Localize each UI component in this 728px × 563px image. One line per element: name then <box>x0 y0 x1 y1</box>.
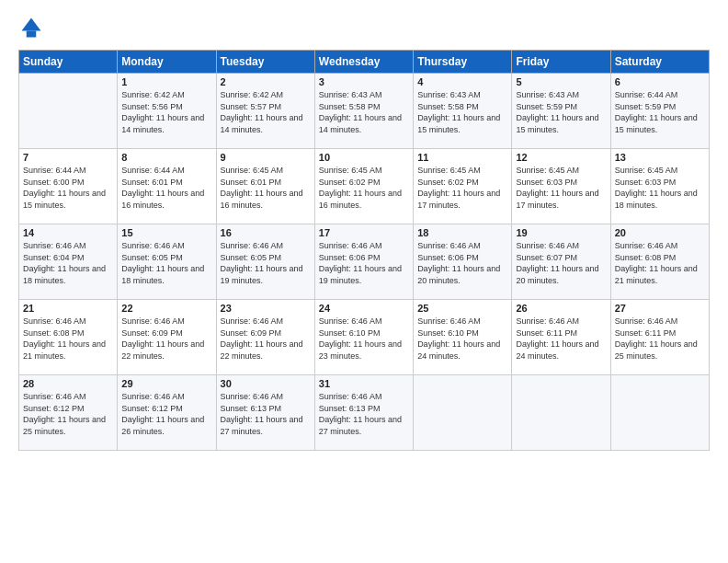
day-info: Sunrise: 6:44 AMSunset: 5:59 PMDaylight:… <box>615 89 705 135</box>
day-cell: 6Sunrise: 6:44 AMSunset: 5:59 PMDaylight… <box>610 74 709 149</box>
day-cell: 29Sunrise: 6:46 AMSunset: 6:12 PMDayligh… <box>118 375 216 451</box>
day-cell: 5Sunrise: 6:43 AMSunset: 5:59 PMDaylight… <box>512 74 610 149</box>
day-cell <box>610 375 709 451</box>
day-cell: 31Sunrise: 6:46 AMSunset: 6:13 PMDayligh… <box>314 375 413 451</box>
day-number: 24 <box>319 303 409 314</box>
day-info: Sunrise: 6:43 AMSunset: 5:58 PMDaylight:… <box>417 89 507 135</box>
day-cell: 1Sunrise: 6:42 AMSunset: 5:56 PMDaylight… <box>118 74 216 149</box>
day-number: 20 <box>615 227 705 238</box>
day-info: Sunrise: 6:45 AMSunset: 6:02 PMDaylight:… <box>319 165 409 211</box>
day-number: 25 <box>417 303 507 314</box>
day-info: Sunrise: 6:46 AMSunset: 6:06 PMDaylight:… <box>417 240 507 286</box>
day-cell: 14Sunrise: 6:46 AMSunset: 6:04 PMDayligh… <box>19 224 118 300</box>
day-cell: 9Sunrise: 6:45 AMSunset: 6:01 PMDaylight… <box>216 149 314 224</box>
day-cell: 15Sunrise: 6:46 AMSunset: 6:05 PMDayligh… <box>118 224 216 300</box>
week-row-2: 14Sunrise: 6:46 AMSunset: 6:04 PMDayligh… <box>19 224 710 300</box>
day-number: 2 <box>221 76 311 87</box>
day-number: 3 <box>319 76 409 87</box>
day-cell: 28Sunrise: 6:46 AMSunset: 6:12 PMDayligh… <box>19 375 118 451</box>
day-number: 9 <box>221 152 311 163</box>
day-number: 21 <box>23 303 113 314</box>
week-row-4: 28Sunrise: 6:46 AMSunset: 6:12 PMDayligh… <box>19 375 710 451</box>
day-number: 7 <box>23 152 113 163</box>
day-cell: 26Sunrise: 6:46 AMSunset: 6:11 PMDayligh… <box>512 300 610 375</box>
day-cell: 2Sunrise: 6:42 AMSunset: 5:57 PMDaylight… <box>216 74 314 149</box>
week-row-3: 21Sunrise: 6:46 AMSunset: 6:08 PMDayligh… <box>19 300 710 375</box>
day-number: 16 <box>221 227 311 238</box>
day-number: 27 <box>615 303 705 314</box>
day-info: Sunrise: 6:43 AMSunset: 5:58 PMDaylight:… <box>319 89 409 135</box>
day-cell: 27Sunrise: 6:46 AMSunset: 6:11 PMDayligh… <box>610 300 709 375</box>
day-info: Sunrise: 6:46 AMSunset: 6:07 PMDaylight:… <box>516 240 606 286</box>
logo <box>18 15 48 40</box>
day-cell: 20Sunrise: 6:46 AMSunset: 6:08 PMDayligh… <box>610 224 709 300</box>
day-number: 18 <box>417 227 507 238</box>
col-header-monday: Monday <box>118 51 216 74</box>
day-number: 6 <box>615 76 705 87</box>
logo-icon <box>18 15 44 40</box>
day-number: 12 <box>516 152 606 163</box>
col-header-saturday: Saturday <box>610 51 709 74</box>
svg-marker-0 <box>22 18 41 31</box>
col-header-tuesday: Tuesday <box>216 51 314 74</box>
day-cell: 21Sunrise: 6:46 AMSunset: 6:08 PMDayligh… <box>19 300 118 375</box>
week-row-1: 7Sunrise: 6:44 AMSunset: 6:00 PMDaylight… <box>19 149 710 224</box>
day-info: Sunrise: 6:46 AMSunset: 6:12 PMDaylight:… <box>23 391 113 437</box>
day-info: Sunrise: 6:45 AMSunset: 6:01 PMDaylight:… <box>221 165 311 211</box>
day-info: Sunrise: 6:46 AMSunset: 6:08 PMDaylight:… <box>615 240 705 286</box>
day-number: 4 <box>417 76 507 87</box>
day-info: Sunrise: 6:46 AMSunset: 6:11 PMDaylight:… <box>615 316 705 362</box>
day-cell: 24Sunrise: 6:46 AMSunset: 6:10 PMDayligh… <box>314 300 413 375</box>
day-number: 11 <box>417 152 507 163</box>
day-cell <box>414 375 512 451</box>
header <box>18 15 710 40</box>
day-cell: 18Sunrise: 6:46 AMSunset: 6:06 PMDayligh… <box>414 224 512 300</box>
page: SundayMondayTuesdayWednesdayThursdayFrid… <box>0 0 728 563</box>
day-cell: 17Sunrise: 6:46 AMSunset: 6:06 PMDayligh… <box>314 224 413 300</box>
day-number: 14 <box>23 227 113 238</box>
day-cell: 30Sunrise: 6:46 AMSunset: 6:13 PMDayligh… <box>216 375 314 451</box>
col-header-sunday: Sunday <box>19 51 118 74</box>
day-info: Sunrise: 6:46 AMSunset: 6:05 PMDaylight:… <box>121 240 211 286</box>
day-number: 22 <box>121 303 211 314</box>
day-info: Sunrise: 6:46 AMSunset: 6:09 PMDaylight:… <box>221 316 311 362</box>
day-info: Sunrise: 6:45 AMSunset: 6:03 PMDaylight:… <box>516 165 606 211</box>
day-info: Sunrise: 6:46 AMSunset: 6:04 PMDaylight:… <box>23 240 113 286</box>
day-number: 15 <box>121 227 211 238</box>
day-cell: 4Sunrise: 6:43 AMSunset: 5:58 PMDaylight… <box>414 74 512 149</box>
day-info: Sunrise: 6:46 AMSunset: 6:08 PMDaylight:… <box>23 316 113 362</box>
day-info: Sunrise: 6:45 AMSunset: 6:03 PMDaylight:… <box>615 165 705 211</box>
day-cell: 13Sunrise: 6:45 AMSunset: 6:03 PMDayligh… <box>610 149 709 224</box>
col-header-friday: Friday <box>512 51 610 74</box>
day-info: Sunrise: 6:43 AMSunset: 5:59 PMDaylight:… <box>516 89 606 135</box>
day-info: Sunrise: 6:46 AMSunset: 6:13 PMDaylight:… <box>221 391 311 437</box>
day-cell <box>512 375 610 451</box>
day-number: 5 <box>516 76 606 87</box>
col-header-wednesday: Wednesday <box>314 51 413 74</box>
day-cell: 8Sunrise: 6:44 AMSunset: 6:01 PMDaylight… <box>118 149 216 224</box>
day-number: 19 <box>516 227 606 238</box>
day-cell: 19Sunrise: 6:46 AMSunset: 6:07 PMDayligh… <box>512 224 610 300</box>
day-number: 28 <box>23 378 113 389</box>
day-info: Sunrise: 6:46 AMSunset: 6:12 PMDaylight:… <box>121 391 211 437</box>
day-number: 31 <box>319 378 409 389</box>
day-info: Sunrise: 6:42 AMSunset: 5:57 PMDaylight:… <box>221 89 311 135</box>
week-row-0: 1Sunrise: 6:42 AMSunset: 5:56 PMDaylight… <box>19 74 710 149</box>
svg-rect-1 <box>27 31 37 38</box>
day-info: Sunrise: 6:46 AMSunset: 6:11 PMDaylight:… <box>516 316 606 362</box>
day-cell: 10Sunrise: 6:45 AMSunset: 6:02 PMDayligh… <box>314 149 413 224</box>
day-cell: 12Sunrise: 6:45 AMSunset: 6:03 PMDayligh… <box>512 149 610 224</box>
day-info: Sunrise: 6:46 AMSunset: 6:09 PMDaylight:… <box>121 316 211 362</box>
day-info: Sunrise: 6:46 AMSunset: 6:13 PMDaylight:… <box>319 391 409 437</box>
day-number: 30 <box>221 378 311 389</box>
header-row: SundayMondayTuesdayWednesdayThursdayFrid… <box>19 51 710 74</box>
day-number: 23 <box>221 303 311 314</box>
day-cell <box>19 74 118 149</box>
day-cell: 16Sunrise: 6:46 AMSunset: 6:05 PMDayligh… <box>216 224 314 300</box>
day-info: Sunrise: 6:46 AMSunset: 6:06 PMDaylight:… <box>319 240 409 286</box>
calendar-table: SundayMondayTuesdayWednesdayThursdayFrid… <box>18 50 710 451</box>
day-cell: 23Sunrise: 6:46 AMSunset: 6:09 PMDayligh… <box>216 300 314 375</box>
day-info: Sunrise: 6:44 AMSunset: 6:00 PMDaylight:… <box>23 165 113 211</box>
day-cell: 3Sunrise: 6:43 AMSunset: 5:58 PMDaylight… <box>314 74 413 149</box>
day-info: Sunrise: 6:46 AMSunset: 6:10 PMDaylight:… <box>417 316 507 362</box>
